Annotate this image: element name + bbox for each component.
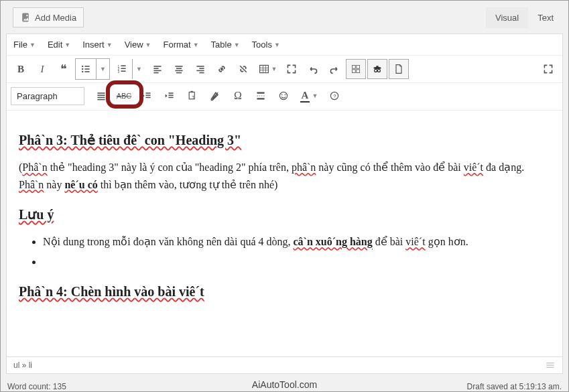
clear-formatting-button[interactable] (205, 86, 225, 106)
heading-3: Phâ`n 3: Thẻ tiêu đê` con "Heading 3" (19, 129, 550, 151)
align-center-button[interactable] (169, 59, 189, 79)
svg-rect-44 (145, 97, 150, 99)
indent-button[interactable] (160, 86, 180, 106)
incognito-button[interactable] (367, 59, 387, 79)
fullscreen-button[interactable] (281, 59, 302, 79)
editor: File▼ Edit▼ Insert▼ View▼ Format▼ Table▼… (6, 34, 563, 374)
svg-rect-46 (168, 94, 173, 96)
bullet-list-dropdown[interactable]: ▼ (96, 59, 109, 79)
heading-3: Phâ`n 4: Chèn hình vào bài viê´t (19, 281, 550, 302)
svg-point-36 (375, 69, 377, 72)
svg-rect-42 (145, 92, 150, 94)
strikethrough-button[interactable]: ABC (114, 86, 134, 106)
media-icon (20, 12, 31, 23)
justify-button[interactable] (91, 86, 111, 106)
menu-format[interactable]: Format▼ (164, 40, 199, 50)
add-media-label: Add Media (35, 13, 76, 23)
svg-rect-11 (121, 70, 125, 72)
menu-file[interactable]: File▼ (13, 40, 36, 50)
menu-edit[interactable]: Edit▼ (48, 40, 70, 50)
align-left-button[interactable] (147, 59, 168, 79)
svg-rect-7 (121, 65, 125, 66)
bullet-list-split: ▼ (75, 58, 110, 80)
svg-text:?: ? (333, 93, 336, 99)
svg-rect-33 (357, 70, 360, 73)
svg-point-4 (82, 71, 83, 72)
svg-rect-1 (84, 66, 89, 67)
menubar: File▼ Edit▼ Insert▼ View▼ Format▼ Table▼… (7, 34, 562, 56)
svg-rect-16 (175, 66, 182, 67)
undo-button[interactable] (303, 59, 323, 79)
bullet-list-button[interactable] (76, 59, 96, 79)
svg-rect-14 (153, 70, 161, 72)
svg-rect-41 (97, 99, 105, 101)
editor-tabs: Visual Text (486, 7, 563, 28)
svg-rect-43 (145, 94, 150, 96)
resize-handle-icon[interactable] (545, 360, 556, 371)
svg-rect-18 (175, 70, 182, 72)
numbered-list-button[interactable]: 123 (112, 59, 132, 79)
read-more-button[interactable] (251, 86, 271, 106)
redo-button[interactable] (324, 59, 344, 79)
text-color-button[interactable]: A▼ (296, 86, 322, 106)
menu-view[interactable]: View▼ (125, 40, 151, 50)
toolbar-row-1: B I ❝ ▼ 123 ▼ ▼ (7, 56, 562, 83)
paragraph-format-select[interactable]: Paragraph (11, 87, 84, 105)
svg-rect-22 (196, 70, 204, 72)
svg-rect-38 (97, 92, 105, 94)
distraction-free-button[interactable] (538, 59, 558, 79)
svg-rect-15 (153, 72, 158, 74)
svg-rect-20 (196, 66, 204, 67)
svg-rect-40 (97, 97, 105, 99)
special-char-button[interactable]: Ω (228, 86, 248, 106)
svg-rect-19 (176, 72, 182, 74)
svg-rect-9 (121, 68, 125, 69)
link-button[interactable] (212, 59, 232, 79)
svg-rect-51 (257, 92, 264, 93)
menu-tools[interactable]: Tools▼ (252, 40, 280, 50)
bold-button[interactable]: B (11, 59, 31, 79)
outdent-button[interactable] (137, 86, 157, 106)
help-button[interactable]: ? (324, 86, 344, 106)
blockquote-button[interactable]: ❝ (54, 59, 74, 79)
tab-text[interactable]: Text (528, 7, 563, 28)
menu-table[interactable]: Table▼ (211, 40, 240, 50)
italic-button[interactable]: I (32, 59, 52, 79)
numbered-list-dropdown[interactable]: ▼ (132, 59, 145, 79)
svg-text:T: T (192, 95, 194, 100)
tab-visual[interactable]: Visual (486, 7, 528, 28)
unlink-button[interactable] (233, 59, 253, 79)
svg-rect-45 (168, 92, 173, 94)
bullet-list: Nội dung trong mỗi đoạn văn không nên dà… (43, 233, 550, 270)
content-area[interactable]: Phâ`n 3: Thẻ tiêu đê` con "Heading 3" (P… (7, 111, 562, 356)
draft-saved: Draft saved at 5:19:13 am. (467, 382, 562, 391)
svg-rect-21 (199, 68, 204, 69)
svg-rect-5 (84, 71, 89, 72)
svg-point-2 (82, 68, 83, 70)
table-button[interactable]: ▼ (255, 59, 280, 79)
svg-point-54 (279, 92, 287, 99)
heading-3: Lưu ý (19, 204, 550, 225)
paste-text-button[interactable]: T (182, 86, 202, 106)
svg-rect-23 (199, 72, 204, 74)
emoji-button[interactable] (273, 86, 294, 106)
menu-insert[interactable]: Insert▼ (82, 40, 112, 50)
svg-rect-49 (191, 91, 193, 92)
add-media-button[interactable]: Add Media (13, 7, 84, 27)
svg-rect-53 (257, 98, 264, 99)
editor-frame: Add Media Visual Text File▼ Edit▼ Insert… (0, 0, 569, 392)
element-path-bar: ul » li (7, 356, 562, 373)
svg-rect-31 (357, 65, 360, 68)
toolbar-row-2: Paragraph ABC T Ω A▼ ? (7, 83, 562, 111)
align-right-button[interactable] (190, 59, 210, 79)
document-button[interactable] (389, 59, 409, 79)
svg-rect-17 (176, 68, 182, 69)
svg-rect-39 (97, 94, 105, 96)
svg-point-0 (82, 66, 83, 67)
svg-rect-13 (153, 68, 158, 69)
templates-button[interactable] (346, 59, 366, 79)
svg-point-55 (281, 94, 283, 96)
element-path[interactable]: ul » li (13, 361, 32, 370)
svg-text:3: 3 (118, 70, 120, 74)
numbered-list-split: 123 ▼ (111, 58, 146, 80)
